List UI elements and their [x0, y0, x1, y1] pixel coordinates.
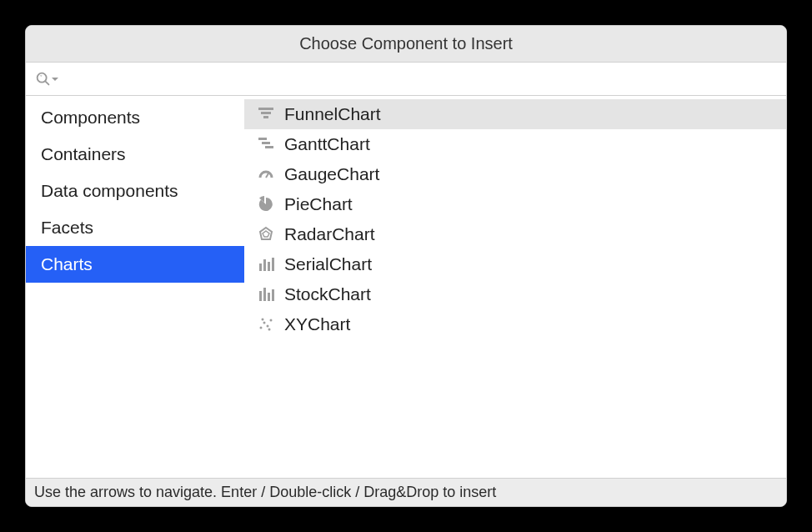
- list-item-label: StockChart: [284, 284, 371, 304]
- svg-rect-13: [268, 262, 270, 271]
- list-item-label: GaugeChart: [284, 164, 379, 184]
- xy-icon: [256, 314, 276, 334]
- sidebar-item-label: Facets: [41, 218, 93, 237]
- sidebar-item-facets[interactable]: Facets: [26, 209, 244, 246]
- svg-rect-11: [259, 263, 262, 271]
- sidebar-item-data-components[interactable]: Data components: [26, 173, 244, 209]
- sidebar-item-containers[interactable]: Containers: [26, 136, 244, 173]
- serial-icon: [256, 254, 276, 274]
- window-title: Choose Component to Insert: [299, 34, 513, 53]
- list-item-stockchart[interactable]: StockChart: [244, 279, 786, 309]
- svg-line-1: [45, 81, 48, 84]
- svg-point-20: [263, 322, 266, 324]
- sidebar-item-components[interactable]: Components: [26, 99, 244, 136]
- search-icon[interactable]: [34, 70, 59, 88]
- sidebar-item-label: Data components: [41, 181, 178, 200]
- svg-point-22: [270, 319, 273, 322]
- search-input[interactable]: [59, 67, 778, 91]
- svg-rect-14: [272, 258, 274, 271]
- svg-rect-12: [263, 259, 266, 271]
- status-text: Use the arrows to navigate. Enter / Doub…: [34, 484, 496, 501]
- list-item-piechart[interactable]: PieChart: [244, 189, 786, 219]
- sidebar-item-label: Components: [41, 108, 140, 127]
- content-area: Components Containers Data components Fa…: [26, 96, 786, 478]
- svg-rect-17: [268, 293, 270, 301]
- gantt-icon: [256, 134, 276, 154]
- funnel-icon: [256, 104, 276, 124]
- list-item-label: FunnelChart: [284, 104, 381, 124]
- list-item-label: SerialChart: [284, 254, 372, 274]
- pie-icon: [256, 194, 276, 214]
- list-item-serialchart[interactable]: SerialChart: [244, 249, 786, 279]
- sidebar-item-charts[interactable]: Charts: [26, 246, 244, 283]
- svg-point-23: [262, 319, 264, 321]
- list-item-ganttchart[interactable]: GanttChart: [244, 129, 786, 159]
- svg-point-21: [267, 325, 269, 328]
- list-item-label: RadarChart: [284, 224, 375, 244]
- svg-rect-15: [259, 291, 262, 301]
- svg-rect-16: [263, 288, 266, 301]
- svg-rect-7: [265, 146, 273, 148]
- list-item-label: XYChart: [284, 314, 350, 334]
- svg-point-19: [260, 327, 263, 329]
- list-item-funnelchart[interactable]: FunnelChart: [244, 99, 786, 129]
- search-bar: [26, 63, 786, 96]
- svg-marker-10: [263, 231, 269, 237]
- gauge-icon: [256, 164, 276, 184]
- svg-rect-2: [258, 108, 273, 110]
- sidebar-item-label: Charts: [41, 254, 93, 274]
- svg-line-8: [266, 173, 268, 178]
- stock-icon: [256, 284, 276, 304]
- svg-rect-18: [272, 289, 274, 301]
- category-sidebar: Components Containers Data components Fa…: [26, 96, 244, 478]
- svg-rect-4: [263, 116, 268, 118]
- titlebar: Choose Component to Insert: [26, 26, 786, 63]
- svg-marker-9: [260, 228, 272, 239]
- list-item-label: PieChart: [284, 194, 353, 214]
- svg-rect-5: [258, 138, 267, 140]
- sidebar-item-label: Containers: [41, 144, 126, 163]
- svg-rect-6: [262, 142, 270, 144]
- svg-point-24: [268, 329, 271, 331]
- list-item-label: GanttChart: [284, 134, 370, 154]
- list-item-gaugechart[interactable]: GaugeChart: [244, 159, 786, 189]
- component-list: FunnelChart GanttChart: [244, 96, 786, 478]
- status-bar: Use the arrows to navigate. Enter / Doub…: [26, 478, 786, 506]
- svg-rect-3: [261, 112, 271, 114]
- list-item-xychart[interactable]: XYChart: [244, 309, 786, 339]
- list-item-radarchart[interactable]: RadarChart: [244, 219, 786, 249]
- radar-icon: [256, 224, 276, 244]
- dialog-window: Choose Component to Insert Components Co…: [25, 25, 787, 507]
